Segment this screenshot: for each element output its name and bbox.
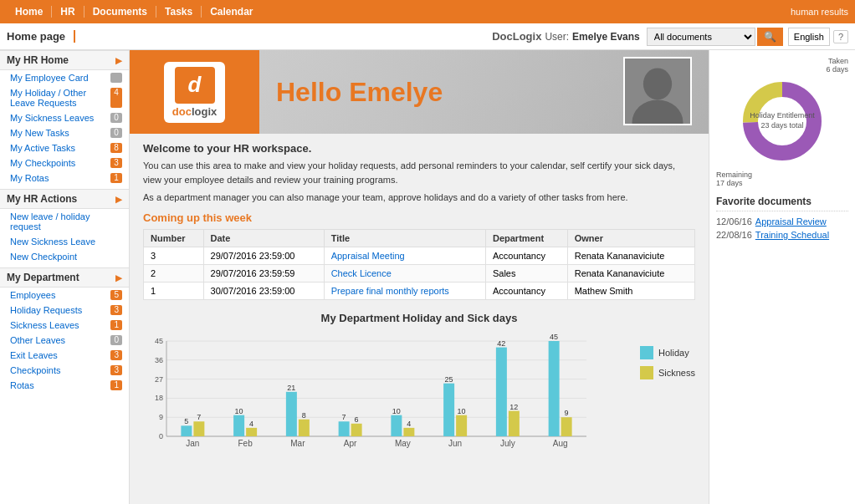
main-content-area: Welcome to your HR workspace. You can us… [130, 134, 709, 504]
search-dropdown[interactable]: All documents [647, 28, 755, 46]
svg-text:45: 45 [155, 337, 163, 345]
badge-rotas: 1 [110, 173, 122, 183]
nav-tasks[interactable]: Tasks [156, 6, 202, 18]
hr-home-expand-icon[interactable]: ▶ [115, 56, 122, 65]
sidebar-item-dept-sickness[interactable]: Sickness Leaves 1 [0, 318, 129, 333]
sidebar-action-new-checkpoint[interactable]: New Checkpoint [0, 249, 129, 264]
svg-text:Mar: Mar [290, 439, 305, 448]
sidebar-section-hr-home: My HR Home ▶ My Employee Card My Holiday… [0, 50, 129, 186]
avatar [623, 57, 692, 125]
col-title: Title [324, 229, 485, 247]
svg-point-1 [643, 68, 672, 99]
hero-banner: Hello Emelye [259, 50, 709, 134]
badge-dept-rotas: 1 [110, 380, 122, 390]
badge-new-tasks: 0 [110, 128, 122, 138]
svg-text:4: 4 [407, 419, 411, 427]
help-icon[interactable]: ? [833, 30, 848, 43]
welcome-p1: You can use this area to make and view y… [143, 159, 695, 186]
fav-docs-section: Favorite documents 12/06/16 Appraisal Re… [716, 196, 848, 240]
legend-sickness: Sickness [640, 366, 695, 379]
svg-rect-54 [561, 417, 572, 436]
svg-rect-19 [193, 421, 204, 436]
nav-home[interactable]: Home [7, 6, 52, 18]
sidebar-item-active-tasks[interactable]: My Active Tasks 8 [0, 140, 129, 155]
svg-rect-47 [496, 347, 507, 435]
sidebar-action-new-leave[interactable]: New leave / holiday request [0, 209, 129, 234]
svg-text:July: July [500, 439, 515, 448]
table-row: 1 30/07/2016 23:59:00 Prepare final mont… [144, 282, 695, 299]
sidebar-item-sickness-leaves[interactable]: My Sickness Leaves 0 [0, 110, 129, 125]
svg-text:0: 0 [159, 432, 163, 440]
sidebar-item-rotas[interactable]: My Rotas 1 [0, 171, 129, 186]
sidebar-item-dept-rotas[interactable]: Rotas 1 [0, 378, 129, 393]
svg-text:12: 12 [509, 402, 518, 410]
brand-label: DocLogix [492, 30, 541, 43]
user-name: Emelye Evans [572, 31, 640, 43]
svg-text:18: 18 [155, 394, 163, 402]
nav-calendar[interactable]: Calendar [202, 6, 261, 18]
hr-actions-expand-icon[interactable]: ▶ [115, 195, 122, 204]
welcome-p2: As a department manager you can also man… [143, 191, 695, 205]
svg-text:Jan: Jan [186, 439, 199, 448]
coming-up-title: Coming up this week [143, 211, 695, 224]
svg-text:8: 8 [302, 410, 306, 419]
svg-text:7: 7 [197, 413, 201, 421]
welcome-title: Welcome to your HR workspace. [143, 142, 695, 155]
legend-holiday: Holiday [640, 346, 695, 359]
svg-rect-32 [339, 421, 350, 436]
svg-text:10: 10 [235, 406, 243, 415]
svg-rect-49 [509, 410, 520, 435]
fav-doc-1-link[interactable]: Training Schedual [755, 230, 829, 240]
hero-section: d doclogix Hello Emelye [130, 50, 709, 134]
badge-employee [110, 73, 122, 83]
svg-text:Feb: Feb [238, 439, 253, 448]
dept-expand-icon[interactable]: ▶ [115, 273, 122, 283]
badge-active-tasks: 8 [110, 143, 122, 153]
badge-holiday: 4 [110, 88, 122, 108]
svg-text:Aug: Aug [553, 439, 568, 448]
col-number: Number [144, 229, 204, 247]
svg-rect-27 [286, 391, 297, 435]
nav-hr[interactable]: HR [52, 6, 84, 18]
svg-rect-42 [443, 383, 454, 435]
sidebar-item-employees[interactable]: Employees 5 [0, 288, 129, 303]
svg-text:10: 10 [392, 406, 401, 415]
svg-rect-22 [233, 415, 244, 435]
sidebar-item-dept-other[interactable]: Other Leaves 0 [0, 333, 129, 348]
sidebar-item-checkpoints[interactable]: My Checkpoints 3 [0, 155, 129, 171]
sidebar-item-employee-card[interactable]: My Employee Card [0, 70, 129, 85]
taken-side-label: Taken 6 days [826, 57, 848, 74]
sidebar-item-new-tasks[interactable]: My New Tasks 0 [0, 125, 129, 140]
badge-dept-employees: 5 [110, 290, 122, 300]
sidebar-item-dept-checkpoints[interactable]: Checkpoints 3 [0, 363, 129, 378]
svg-rect-37 [391, 415, 402, 435]
hero-logo-area: d doclogix [130, 50, 259, 134]
remaining-label: Remaining 17 days [716, 171, 752, 187]
search-button[interactable]: 🔍 [757, 28, 783, 46]
col-date: Date [203, 229, 324, 247]
svg-text:45: 45 [550, 333, 558, 341]
language-button[interactable]: English [788, 28, 830, 46]
nav-documents[interactable]: Documents [84, 6, 156, 18]
sidebar-action-new-sickness[interactable]: New Sickness Leave [0, 234, 129, 249]
sidebar-item-dept-exit[interactable]: Exit Leaves 3 [0, 348, 129, 363]
fav-doc-0-link[interactable]: Appraisal Review [755, 216, 827, 227]
donut-center-label: Holiday Entitlement [750, 111, 815, 121]
sidebar-section-my-dept: My Department ▶ Employees 5 Holiday Requ… [0, 267, 129, 393]
svg-text:25: 25 [445, 374, 453, 383]
center-content: d doclogix Hello Emelye Welcome t [130, 50, 709, 504]
svg-text:9: 9 [159, 413, 163, 421]
logo-icon: d [175, 67, 215, 104]
svg-text:42: 42 [497, 339, 505, 347]
svg-rect-44 [456, 415, 467, 435]
logo-box: d doclogix [164, 62, 225, 123]
main-layout: My HR Home ▶ My Employee Card My Holiday… [0, 50, 855, 504]
coming-up-table: Number Date Title Department Owner 3 29/… [143, 229, 695, 300]
sidebar-item-dept-holiday[interactable]: Holiday Requests 3 [0, 303, 129, 318]
svg-rect-24 [246, 427, 257, 435]
right-panel: Taken 6 days Holiday Entitlement 23 days… [709, 50, 855, 504]
sidebar-item-holiday-requests[interactable]: My Holiday / Other Leave Requests 4 [0, 85, 129, 110]
fav-docs-title: Favorite documents [716, 196, 848, 211]
chart-legend: Holiday Sickness [640, 329, 695, 379]
badge-dept-holiday: 3 [110, 305, 122, 315]
